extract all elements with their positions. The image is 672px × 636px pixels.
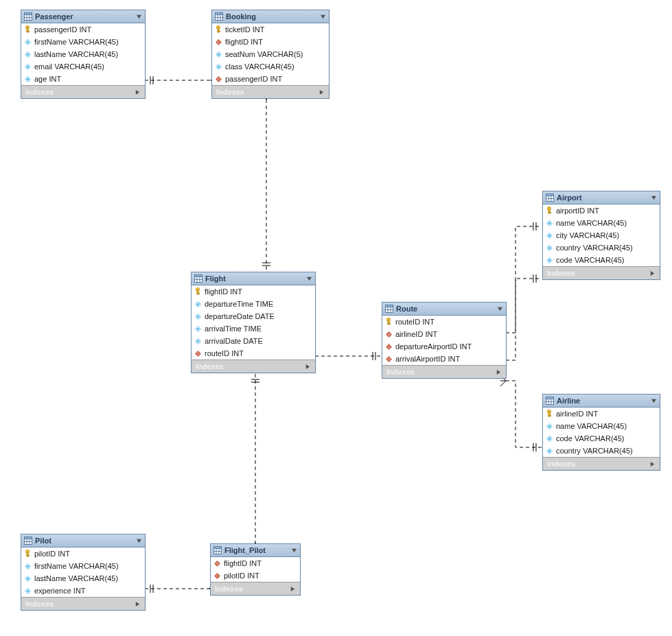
expand-arrow-icon[interactable] <box>289 585 296 592</box>
collapse-icon[interactable] <box>650 397 657 404</box>
entity-pilot[interactable]: PilotpilotID INTfirstName VARCHAR(45)las… <box>21 534 146 611</box>
expand-arrow-icon[interactable] <box>304 363 311 370</box>
indexes-section[interactable]: Indexes <box>382 365 506 378</box>
column-row[interactable]: seatNum VARCHAR(5) <box>212 48 329 60</box>
collapse-icon[interactable] <box>650 194 657 201</box>
indexes-section[interactable]: Indexes <box>212 85 329 98</box>
indexes-section[interactable]: Indexes <box>543 457 660 470</box>
expand-arrow-icon[interactable] <box>318 89 325 95</box>
column-row[interactable]: experience INT <box>21 585 145 597</box>
entity-header[interactable]: Passenger <box>21 10 145 23</box>
attribute-icon <box>195 338 201 344</box>
column-row[interactable]: passengerID INT <box>212 73 329 85</box>
entity-booking[interactable]: BookingticketID INTflightID INTseatNum V… <box>211 10 329 99</box>
key-icon <box>216 27 222 33</box>
svg-marker-121 <box>386 344 391 349</box>
indexes-section[interactable]: Indexes <box>543 266 660 279</box>
collapse-icon[interactable] <box>305 275 312 282</box>
column-row[interactable]: flightID INT <box>192 285 315 298</box>
column-name: arrivalDate DATE <box>205 337 263 345</box>
column-row[interactable]: lastName VARCHAR(45) <box>21 572 145 585</box>
column-row[interactable]: routeID INT <box>192 347 315 360</box>
column-row[interactable]: departureAirportID INT <box>382 340 506 353</box>
entity-title: Pilot <box>35 537 135 545</box>
column-row[interactable]: firstName VARCHAR(45) <box>21 560 145 572</box>
column-name: code VARCHAR(45) <box>556 256 624 264</box>
column-name: arrivalAirportID INT <box>395 355 460 363</box>
key-icon <box>25 551 31 557</box>
entity-header[interactable]: Booking <box>212 10 329 23</box>
expand-arrow-icon[interactable] <box>495 368 502 375</box>
column-row[interactable]: routeID INT <box>382 316 506 328</box>
column-row[interactable]: airlineID INT <box>382 328 506 340</box>
entity-header[interactable]: Route <box>382 303 506 316</box>
column-row[interactable]: name VARCHAR(45) <box>543 217 660 229</box>
indexes-section[interactable]: Indexes <box>21 85 145 98</box>
svg-rect-59 <box>216 13 223 15</box>
column-row[interactable]: flightID INT <box>211 557 300 569</box>
entity-header[interactable]: Pilot <box>21 534 145 547</box>
column-name: routeID INT <box>205 349 244 357</box>
expand-arrow-icon[interactable] <box>134 89 141 95</box>
collapse-icon[interactable] <box>290 547 297 554</box>
column-row[interactable]: departureTime TIME <box>192 298 315 310</box>
entity-route[interactable]: RouterouteID INTairlineID INTdepartureAi… <box>382 302 507 379</box>
expand-arrow-icon[interactable] <box>134 600 141 607</box>
column-row[interactable]: lastName VARCHAR(45) <box>21 48 145 60</box>
column-row[interactable]: email VARCHAR(45) <box>21 60 145 73</box>
entity-header[interactable]: Airport <box>543 191 660 204</box>
column-row[interactable]: ticketID INT <box>212 23 329 36</box>
column-row[interactable]: departureDate DATE <box>192 310 315 322</box>
collapse-icon[interactable] <box>319 13 326 20</box>
collapse-icon[interactable] <box>496 305 503 312</box>
svg-marker-123 <box>496 369 500 374</box>
column-row[interactable]: flightID INT <box>212 36 329 48</box>
entity-airport[interactable]: AirportairportID INTname VARCHAR(45)city… <box>542 191 660 280</box>
expand-arrow-icon[interactable] <box>649 460 656 467</box>
column-name: flightID INT <box>205 287 242 296</box>
column-row[interactable]: airportID INT <box>543 204 660 217</box>
indexes-section[interactable]: Indexes <box>211 582 300 595</box>
entity-header[interactable]: Flight <box>192 272 315 285</box>
column-name: experience INT <box>34 587 86 595</box>
indexes-section[interactable]: Indexes <box>21 597 145 610</box>
column-row[interactable]: airlineID INT <box>543 408 660 420</box>
expand-arrow-icon[interactable] <box>649 270 656 276</box>
svg-marker-91 <box>650 270 653 275</box>
table-icon <box>24 12 32 21</box>
entity-body: airlineID INTname VARCHAR(45)code VARCHA… <box>543 408 660 457</box>
entity-flight[interactable]: FlightflightID INTdepartureTime TIMEdepa… <box>191 272 316 373</box>
column-row[interactable]: arrivalAirportID INT <box>382 353 506 365</box>
column-row[interactable]: code VARCHAR(45) <box>543 432 660 445</box>
column-row[interactable]: class VARCHAR(45) <box>212 60 329 73</box>
foreign-key-icon <box>386 331 392 338</box>
column-row[interactable]: passengerID INT <box>21 23 145 36</box>
entity-header[interactable]: Airline <box>543 394 660 408</box>
entity-passenger[interactable]: PassengerpassengerID INTfirstName VARCHA… <box>21 10 146 99</box>
column-row[interactable]: pilotID INT <box>211 569 300 582</box>
column-row[interactable]: arrivalTime TIME <box>192 322 315 335</box>
attribute-icon <box>546 220 553 226</box>
foreign-key-icon <box>386 344 392 350</box>
entity-title: Flight_Pilot <box>224 546 290 554</box>
column-row[interactable]: city VARCHAR(45) <box>543 229 660 242</box>
entity-header[interactable]: Flight_Pilot <box>211 544 300 557</box>
collapse-icon[interactable] <box>135 13 142 20</box>
column-row[interactable]: name VARCHAR(45) <box>543 420 660 432</box>
table-icon <box>213 546 222 554</box>
entity-flight_pilot[interactable]: Flight_PilotflightID INTpilotID INTIndex… <box>210 543 301 596</box>
entity-airline[interactable]: AirlineairlineID INTname VARCHAR(45)code… <box>542 394 660 471</box>
column-row[interactable]: code VARCHAR(45) <box>543 254 660 266</box>
column-row[interactable]: firstName VARCHAR(45) <box>21 36 145 48</box>
column-row[interactable]: arrivalDate DATE <box>192 335 315 347</box>
collapse-icon[interactable] <box>135 537 142 544</box>
attribute-icon <box>25 588 31 594</box>
column-row[interactable]: country VARCHAR(45) <box>543 242 660 254</box>
svg-marker-155 <box>135 601 139 606</box>
column-name: routeID INT <box>395 318 435 326</box>
svg-rect-125 <box>546 397 554 399</box>
column-row[interactable]: age INT <box>21 73 145 85</box>
indexes-section[interactable]: Indexes <box>192 360 315 373</box>
column-row[interactable]: pilotID INT <box>21 547 145 560</box>
column-row[interactable]: country VARCHAR(45) <box>543 445 660 457</box>
